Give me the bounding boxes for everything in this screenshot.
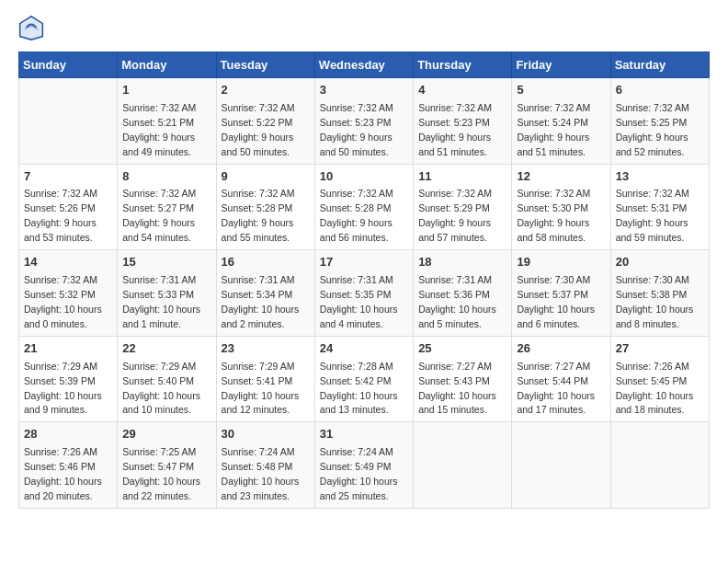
day-info: Sunrise: 7:24 AMSunset: 5:48 PMDaylight:… (222, 446, 300, 501)
calendar-day-cell: 22Sunrise: 7:29 AMSunset: 5:40 PMDayligh… (118, 336, 216, 422)
day-number: 2 (222, 82, 310, 99)
calendar-day-cell (512, 422, 610, 509)
day-number: 29 (122, 426, 210, 443)
calendar-day-cell: 14Sunrise: 7:32 AMSunset: 5:32 PMDayligh… (19, 250, 118, 337)
calendar-day-cell: 13Sunrise: 7:32 AMSunset: 5:31 PMDayligh… (610, 164, 709, 250)
day-info: Sunrise: 7:26 AMSunset: 5:45 PMDaylight:… (616, 361, 694, 416)
calendar-day-cell: 4Sunrise: 7:32 AMSunset: 5:23 PMDaylight… (414, 78, 512, 165)
day-info: Sunrise: 7:32 AMSunset: 5:32 PMDaylight:… (24, 274, 102, 329)
day-info: Sunrise: 7:31 AMSunset: 5:35 PMDaylight:… (320, 274, 398, 329)
day-info: Sunrise: 7:32 AMSunset: 5:25 PMDaylight:… (616, 102, 689, 157)
logo (18, 15, 50, 40)
calendar-day-cell: 20Sunrise: 7:30 AMSunset: 5:38 PMDayligh… (610, 250, 709, 337)
calendar-day-cell: 6Sunrise: 7:32 AMSunset: 5:25 PMDaylight… (610, 78, 709, 165)
calendar-day-cell: 7Sunrise: 7:32 AMSunset: 5:26 PMDaylight… (19, 164, 118, 250)
calendar-day-cell: 21Sunrise: 7:29 AMSunset: 5:39 PMDayligh… (19, 336, 118, 422)
weekday-header: Tuesday (216, 52, 314, 78)
day-info: Sunrise: 7:32 AMSunset: 5:28 PMDaylight:… (320, 188, 393, 243)
calendar-day-cell: 19Sunrise: 7:30 AMSunset: 5:37 PMDayligh… (512, 250, 610, 337)
day-number: 23 (222, 340, 310, 358)
day-number: 3 (320, 82, 408, 99)
calendar-day-cell: 31Sunrise: 7:24 AMSunset: 5:49 PMDayligh… (314, 422, 413, 509)
day-number: 9 (222, 168, 310, 186)
day-number: 26 (517, 340, 605, 358)
calendar-day-cell: 9Sunrise: 7:32 AMSunset: 5:28 PMDaylight… (216, 164, 314, 250)
calendar-day-cell: 5Sunrise: 7:32 AMSunset: 5:24 PMDaylight… (512, 78, 610, 165)
calendar-day-cell: 16Sunrise: 7:31 AMSunset: 5:34 PMDayligh… (216, 250, 314, 337)
calendar-day-cell: 27Sunrise: 7:26 AMSunset: 5:45 PMDayligh… (610, 336, 709, 422)
day-number: 22 (122, 340, 210, 358)
calendar-day-cell: 26Sunrise: 7:27 AMSunset: 5:44 PMDayligh… (512, 336, 610, 422)
day-number: 1 (122, 82, 210, 99)
page-header (18, 15, 710, 40)
day-info: Sunrise: 7:25 AMSunset: 5:47 PMDaylight:… (122, 446, 200, 501)
day-number: 24 (320, 340, 408, 358)
day-number: 19 (517, 254, 605, 271)
calendar-day-cell: 30Sunrise: 7:24 AMSunset: 5:48 PMDayligh… (216, 422, 314, 509)
day-info: Sunrise: 7:32 AMSunset: 5:31 PMDaylight:… (616, 188, 689, 243)
calendar-day-cell: 3Sunrise: 7:32 AMSunset: 5:23 PMDaylight… (314, 78, 413, 165)
calendar-day-cell: 12Sunrise: 7:32 AMSunset: 5:30 PMDayligh… (512, 164, 610, 250)
day-number: 12 (517, 168, 605, 186)
day-number: 25 (418, 340, 506, 358)
day-number: 31 (320, 426, 408, 443)
day-number: 15 (122, 254, 210, 271)
day-number: 27 (616, 340, 704, 358)
day-info: Sunrise: 7:32 AMSunset: 5:27 PMDaylight:… (122, 188, 196, 243)
calendar-day-cell: 17Sunrise: 7:31 AMSunset: 5:35 PMDayligh… (314, 250, 413, 337)
day-info: Sunrise: 7:27 AMSunset: 5:44 PMDaylight:… (517, 361, 595, 416)
calendar-header-row: SundayMondayTuesdayWednesdayThursdayFrid… (19, 52, 710, 78)
day-info: Sunrise: 7:28 AMSunset: 5:42 PMDaylight:… (320, 361, 398, 416)
calendar-day-cell: 8Sunrise: 7:32 AMSunset: 5:27 PMDaylight… (118, 164, 216, 250)
day-info: Sunrise: 7:32 AMSunset: 5:30 PMDaylight:… (517, 188, 590, 243)
day-number: 6 (616, 82, 704, 99)
day-info: Sunrise: 7:27 AMSunset: 5:43 PMDaylight:… (418, 361, 496, 416)
day-number: 5 (517, 82, 605, 99)
day-info: Sunrise: 7:29 AMSunset: 5:40 PMDaylight:… (122, 361, 200, 416)
calendar-day-cell: 28Sunrise: 7:26 AMSunset: 5:46 PMDayligh… (19, 422, 118, 509)
calendar-week-row: 21Sunrise: 7:29 AMSunset: 5:39 PMDayligh… (19, 336, 710, 422)
calendar-day-cell: 29Sunrise: 7:25 AMSunset: 5:47 PMDayligh… (118, 422, 216, 509)
calendar-day-cell: 24Sunrise: 7:28 AMSunset: 5:42 PMDayligh… (314, 336, 413, 422)
day-number: 4 (418, 82, 506, 99)
day-info: Sunrise: 7:30 AMSunset: 5:37 PMDaylight:… (517, 274, 595, 329)
calendar-day-cell: 1Sunrise: 7:32 AMSunset: 5:21 PMDaylight… (118, 78, 216, 165)
day-info: Sunrise: 7:31 AMSunset: 5:34 PMDaylight:… (222, 274, 300, 329)
weekday-header: Monday (118, 52, 216, 78)
day-number: 13 (616, 168, 704, 186)
weekday-header: Friday (512, 52, 610, 78)
day-number: 14 (24, 254, 112, 271)
day-info: Sunrise: 7:32 AMSunset: 5:29 PMDaylight:… (418, 188, 492, 243)
day-info: Sunrise: 7:29 AMSunset: 5:39 PMDaylight:… (24, 361, 102, 416)
calendar-day-cell: 10Sunrise: 7:32 AMSunset: 5:28 PMDayligh… (314, 164, 413, 250)
day-info: Sunrise: 7:32 AMSunset: 5:23 PMDaylight:… (320, 102, 393, 157)
day-info: Sunrise: 7:32 AMSunset: 5:24 PMDaylight:… (517, 102, 590, 157)
day-info: Sunrise: 7:29 AMSunset: 5:41 PMDaylight:… (222, 361, 300, 416)
day-info: Sunrise: 7:24 AMSunset: 5:49 PMDaylight:… (320, 446, 398, 501)
day-number: 20 (616, 254, 704, 271)
calendar-day-cell (414, 422, 512, 509)
day-number: 16 (222, 254, 310, 271)
day-number: 7 (24, 168, 112, 186)
calendar-day-cell: 25Sunrise: 7:27 AMSunset: 5:43 PMDayligh… (414, 336, 512, 422)
calendar-week-row: 14Sunrise: 7:32 AMSunset: 5:32 PMDayligh… (19, 250, 710, 337)
calendar-day-cell: 23Sunrise: 7:29 AMSunset: 5:41 PMDayligh… (216, 336, 314, 422)
calendar-day-cell: 2Sunrise: 7:32 AMSunset: 5:22 PMDaylight… (216, 78, 314, 165)
calendar-table: SundayMondayTuesdayWednesdayThursdayFrid… (18, 52, 710, 509)
logo-icon (18, 15, 44, 40)
day-number: 17 (320, 254, 408, 271)
day-info: Sunrise: 7:32 AMSunset: 5:28 PMDaylight:… (222, 188, 295, 243)
weekday-header: Wednesday (314, 52, 413, 78)
calendar-day-cell: 18Sunrise: 7:31 AMSunset: 5:36 PMDayligh… (414, 250, 512, 337)
day-info: Sunrise: 7:32 AMSunset: 5:22 PMDaylight:… (222, 102, 295, 157)
day-number: 28 (24, 426, 112, 443)
calendar-day-cell: 15Sunrise: 7:31 AMSunset: 5:33 PMDayligh… (118, 250, 216, 337)
calendar-week-row: 7Sunrise: 7:32 AMSunset: 5:26 PMDaylight… (19, 164, 710, 250)
day-info: Sunrise: 7:32 AMSunset: 5:26 PMDaylight:… (24, 188, 97, 243)
day-info: Sunrise: 7:31 AMSunset: 5:33 PMDaylight:… (122, 274, 200, 329)
weekday-header: Saturday (610, 52, 709, 78)
day-info: Sunrise: 7:30 AMSunset: 5:38 PMDaylight:… (616, 274, 694, 329)
day-number: 10 (320, 168, 408, 186)
day-number: 21 (24, 340, 112, 358)
day-info: Sunrise: 7:32 AMSunset: 5:21 PMDaylight:… (122, 102, 196, 157)
